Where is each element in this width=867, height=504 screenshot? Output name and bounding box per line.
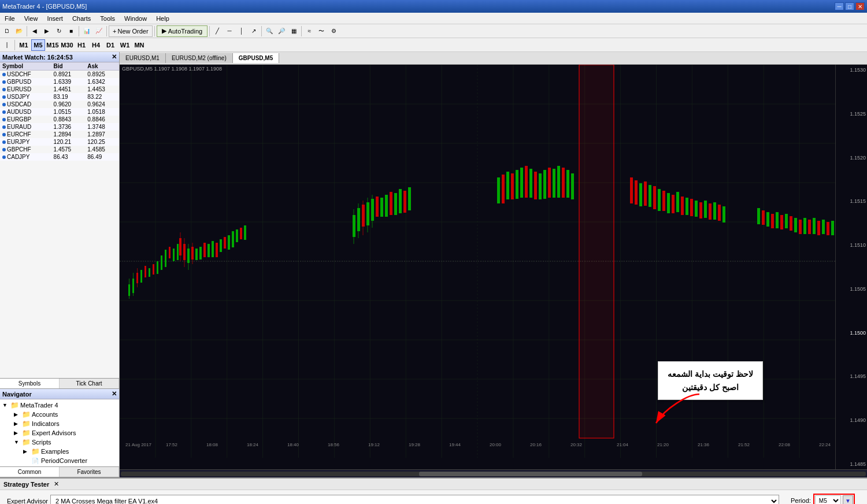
ea-name-select[interactable]: 2 MA Crosses Mega filter EA V1.ex4	[50, 495, 779, 504]
menu-file[interactable]: File	[2, 15, 17, 22]
period-dropdown-btn[interactable]: ▼	[843, 495, 853, 504]
tree-accounts[interactable]: ▶ 📁 Accounts	[12, 410, 119, 419]
period-m15[interactable]: M15	[46, 39, 60, 51]
chart-type-btn[interactable]: ▦	[288, 25, 299, 37]
open-button[interactable]: 📂	[13, 25, 25, 37]
forward-button[interactable]: ▶	[41, 25, 53, 37]
market-watch-row[interactable]: USDJPY 83.19 83.22	[0, 93, 119, 101]
svg-rect-123	[762, 210, 765, 225]
nav-tab-favorites[interactable]: Favorites	[60, 467, 119, 477]
period-h4[interactable]: H4	[89, 39, 103, 51]
market-watch-row[interactable]: CADJPY 86.43 86.49	[0, 153, 119, 161]
chart-tab-eurusd-m1[interactable]: EURUSD,M1	[120, 53, 166, 63]
zoom-out-btn[interactable]: 🔎	[276, 25, 287, 37]
period-d1[interactable]: D1	[103, 39, 117, 51]
indicator-btn[interactable]: ≈	[303, 25, 315, 37]
period-h1[interactable]: H1	[75, 39, 88, 51]
market-watch-header: Market Watch: 16:24:53 ✕	[0, 52, 119, 62]
maximize-button[interactable]: □	[845, 2, 854, 10]
period-m30[interactable]: M30	[60, 39, 74, 51]
tab-tick-chart[interactable]: Tick Chart	[60, 379, 119, 388]
svg-rect-103	[639, 183, 642, 206]
tree-metatrader4[interactable]: ▼ 📁 MetaTrader 4	[0, 401, 119, 410]
period-select[interactable]: M5 M1 M15 M30 H1	[815, 495, 841, 504]
minimize-button[interactable]: ─	[835, 2, 844, 10]
new-order-button[interactable]: + New Order	[109, 25, 153, 37]
market-watch-row[interactable]: USDCHF 0.8921 0.8925	[0, 71, 119, 79]
chart-tab-gbpusd-m5[interactable]: GBPUSD,M5	[233, 53, 279, 63]
zoom-in-btn[interactable]: 🔍	[264, 25, 275, 37]
svg-rect-119	[713, 202, 716, 220]
menu-view[interactable]: View	[22, 15, 40, 22]
svg-rect-134	[813, 218, 816, 234]
market-watch-row[interactable]: EURUSD 1.4451 1.4453	[0, 86, 119, 93]
nav-tab-common[interactable]: Common	[0, 467, 60, 477]
line-btn[interactable]: ╱	[212, 25, 223, 37]
market-watch-row[interactable]: AUDUSD 1.0515 1.0518	[0, 108, 119, 116]
autotrading-icon: ▶	[162, 27, 166, 35]
market-watch-row[interactable]: EURJPY 120.21 120.25	[0, 138, 119, 146]
arrow-btn[interactable]: ↗	[248, 25, 260, 37]
period-w1[interactable]: W1	[118, 39, 132, 51]
market-watch-row[interactable]: EURGBP 0.8843 0.8846	[0, 116, 119, 123]
market-watch-close[interactable]: ✕	[112, 53, 117, 61]
svg-rect-138	[831, 221, 834, 235]
tree-examples-row: ▶ 📁 Examples	[0, 447, 119, 456]
sep6	[261, 26, 262, 36]
mw-bid: 1.6339	[51, 78, 86, 86]
expert-advisor-label: Expert Advisor	[7, 498, 48, 504]
close-button[interactable]: ✕	[855, 2, 865, 10]
navigator-tree: ▼ 📁 MetaTrader 4 ▶ 📁 Accounts ▶ 📁 In	[0, 399, 119, 466]
price-dot	[2, 140, 6, 144]
menu-charts[interactable]: Charts	[70, 15, 93, 22]
tester-close-icon[interactable]: ✕	[54, 480, 59, 488]
line-tool[interactable]: |	[1, 39, 13, 51]
svg-rect-107	[658, 189, 661, 211]
back-button[interactable]: ◀	[29, 25, 40, 37]
autotrading-label: AutoTrading	[168, 28, 203, 35]
autotrading-button[interactable]: ▶ AutoTrading	[157, 25, 208, 37]
period-m1[interactable]: M1	[17, 39, 31, 51]
chart-btn2[interactable]: 📈	[93, 25, 105, 37]
market-watch-row[interactable]: GBPCHF 1.4575 1.4585	[0, 146, 119, 153]
market-watch-row[interactable]: EURCHF 1.2894 1.2897	[0, 131, 119, 138]
period-mn[interactable]: MN	[132, 39, 146, 51]
hline-btn[interactable]: ─	[224, 25, 235, 37]
svg-rect-57	[212, 241, 214, 257]
svg-rect-100	[571, 173, 574, 199]
new-button[interactable]: 🗋	[1, 25, 13, 37]
menu-window[interactable]: Window	[122, 15, 149, 22]
tree-expert-advisors[interactable]: ▶ 📁 Expert Advisors	[12, 428, 119, 438]
navigator-close[interactable]: ✕	[112, 390, 117, 398]
tree-indicators[interactable]: ▶ 📁 Indicators	[12, 419, 119, 428]
vline-btn[interactable]: │	[236, 25, 247, 37]
market-watch-row[interactable]: USDCAD 0.9620 0.9624	[0, 101, 119, 108]
menu-insert[interactable]: Insert	[45, 15, 65, 22]
tab-symbols[interactable]: Symbols	[0, 379, 60, 388]
oscillator-btn[interactable]: 〜	[316, 25, 327, 37]
mw-bid: 1.3736	[51, 123, 86, 131]
svg-rect-83	[408, 187, 411, 210]
market-watch-row[interactable]: GBPUSD 1.6339 1.6342	[0, 78, 119, 86]
market-watch-table: Symbol Bid Ask USDCHF 0.8921 0.8925 GBPU…	[0, 62, 119, 378]
svg-rect-128	[785, 214, 788, 228]
chart-scrollbar[interactable]	[120, 469, 867, 477]
refresh-button[interactable]: ↻	[53, 25, 65, 37]
tree-examples[interactable]: ▶ 📁 Examples	[21, 447, 119, 456]
settings-btn[interactable]: ⚙	[328, 25, 339, 37]
tree-periodconverter[interactable]: 📄 PeriodConverter	[21, 456, 119, 465]
svg-rect-86	[506, 172, 509, 199]
tree-scripts[interactable]: ▼ 📁 Scripts	[12, 438, 119, 447]
stop-button[interactable]: ■	[65, 25, 77, 37]
price-1520: 1.1520	[836, 155, 867, 161]
menu-tools[interactable]: Tools	[98, 15, 117, 22]
svg-rect-136	[822, 220, 825, 234]
chart-btn1[interactable]: 📊	[81, 25, 92, 37]
period-m5[interactable]: M5	[31, 39, 45, 51]
expand-icon: ▶	[14, 412, 21, 417]
svg-rect-43	[173, 249, 175, 261]
chart-tab-eurusd-m2[interactable]: EURUSD,M2 (offline)	[166, 53, 233, 63]
chart-container[interactable]: GBPUSD,M5 1.1907 1.1908 1.1907 1.1908	[120, 65, 867, 469]
market-watch-row[interactable]: EURAUD 1.3736 1.3748	[0, 123, 119, 131]
menu-help[interactable]: Help	[154, 15, 172, 22]
